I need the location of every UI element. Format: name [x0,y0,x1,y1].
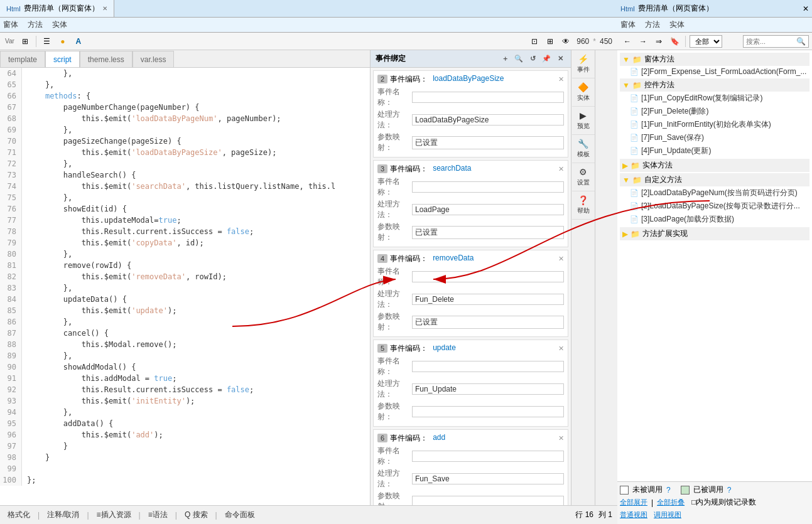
side-action-实体[interactable]: 🔶 实体 [572,78,595,107]
check-label: □内为规则馈记录数 [691,497,756,508]
line-code: this.$emit('loadDataByPageSize', pageSiz… [22,147,276,158]
code-line: 67 pageNumberChange(pageNumber) { [0,102,370,113]
menu-window[interactable]: 窗体 [3,19,18,30]
format-btn[interactable]: 格式化 [5,508,33,521]
comment-btn[interactable]: 注释/取消 [45,508,82,521]
event-refresh-btn[interactable]: ↺ [527,53,538,65]
event-handler-label: 处理方法： [377,199,412,220]
tree-item-icon: 📄 [630,189,639,197]
side-action-帮助[interactable]: ❓ 帮助 [572,191,595,220]
side-action-模板[interactable]: 🔧 模板 [572,135,595,163]
scope-select[interactable]: 全部 [690,35,722,48]
event-pin-btn[interactable]: 📌 [541,53,552,65]
tree-section-header[interactable]: ▼ 📁 窗体方法 [620,53,809,66]
tree-item[interactable]: 📄 [2]LoadDataByPageNum(按当前页码进行分页) [620,186,809,200]
nav-forward-btn[interactable]: → [636,35,650,48]
search-input[interactable] [746,38,796,45]
line-number: 93 [0,395,22,407]
right-html-icon: Html [620,5,635,13]
side-action-预览[interactable]: ▶ 预览 [572,107,595,135]
nav-jump-btn[interactable]: ⇒ [652,35,666,48]
event-close-btn[interactable]: ✕ [555,53,566,65]
toolbar-btn-color[interactable]: ● [56,35,70,48]
side-action-icon: ⚡ [578,54,588,64]
tree-item[interactable]: 📄 [2]Form_Expense_List_FormLoadAction(Fo… [620,66,809,77]
tree-item[interactable]: 📄 [2]LoadDataByPageSize(按每页记录数进行分... [620,200,809,213]
event-item[interactable]: 4 事件编码： removeData ✕ 事件名称： 处理方法： Fun_Del… [373,250,568,337]
code-line: 89 }, [0,350,370,361]
right-tree-content[interactable]: ▼ 📁 窗体方法 📄 [2]Form_Expense_List_FormLoad… [617,50,812,481]
code-line: 91 this.addModal = true; [0,373,370,384]
event-search-btn[interactable]: 🔍 [513,53,524,65]
search-btn[interactable]: Q 搜索 [182,508,210,521]
left-title-tab[interactable]: Html 费用清单（网页窗体） ✕ [0,0,114,17]
event-item-close[interactable]: ✕ [558,345,564,353]
command-btn[interactable]: 命令面板 [222,508,257,521]
left-close-btn[interactable]: ✕ [102,5,107,12]
nav-bookmark-btn[interactable]: 🔖 [668,35,681,48]
syntax-btn[interactable]: ≡语法 [146,508,170,521]
event-item[interactable]: 3 事件编码： searchData ✕ 事件名称： 处理方法： LoadPag… [373,160,568,247]
toolbar-btn-eye[interactable]: 👁 [559,35,573,48]
tree-section-header[interactable]: ▶ 📁 实体方法 [620,159,809,172]
tab-script[interactable]: script [45,51,80,67]
tree-item[interactable]: 📄 [2]Fun_Delete(删除) [620,105,809,118]
event-item-close[interactable]: ✕ [558,434,564,442]
menu-entity[interactable]: 实体 [52,19,67,30]
toolbar-btn-fit[interactable]: ⊡ [528,35,541,48]
tree-section-header[interactable]: ▼ 📁 自定义方法 [620,173,809,186]
code-content[interactable]: 64 },65 },66 methods: {67 pageNumberChan… [0,68,370,505]
tree-item[interactable]: 📄 [1]Fun_CopyEditRow(复制编辑记录) [620,92,809,105]
tab-var-less[interactable]: var.less [133,51,175,67]
event-list[interactable]: 2 事件编码： loadDataByPageSize ✕ 事件名称： 处理方法：… [371,68,571,505]
event-item-close[interactable]: ✕ [558,165,564,173]
tree-item[interactable]: 📄 [7]Fun_Save(保存) [620,131,809,144]
event-name-value [412,181,564,193]
event-item-close[interactable]: ✕ [558,255,564,263]
event-item[interactable]: 2 事件编码： loadDataByPageSize ✕ 事件名称： 处理方法：… [373,70,568,158]
side-action-事件[interactable]: ⚡ 事件 [572,50,595,78]
right-menu-entity[interactable]: 实体 [669,19,685,30]
normal-view-btn[interactable]: 普通视图 [620,510,647,520]
line-number: 68 [0,113,22,124]
event-code-value: removeData [430,253,556,264]
event-code-label: 事件编码： [390,164,428,174]
folder-icon-2: 📁 [632,176,642,184]
tree-section-header[interactable]: ▶ 📁 方法扩展实现 [620,227,809,240]
tab-theme-less[interactable]: theme.less [80,51,133,67]
tree-item[interactable]: 📄 [1]Fun_InitFormEntity(初始化表单实体) [620,118,809,131]
tree-item[interactable]: 📄 [3]LoadPage(加载分页数据) [620,213,809,226]
code-line: 87 cancel() { [0,328,370,339]
search-icon[interactable]: 🔍 [796,37,806,46]
view-sep: | [651,498,653,507]
side-action-设置[interactable]: ⚙ 设置 [572,163,595,191]
side-actions: ⚡ 事件 🔶 实体 ▶ 预览 🔧 模板 ⚙ 设置 ❓ 帮助 [571,50,595,505]
toolbar-btn-format[interactable]: ☰ [40,35,54,48]
menu-method[interactable]: 方法 [28,19,43,30]
event-item[interactable]: 5 事件编码： update ✕ 事件名称： 处理方法： Fun_Update … [373,340,568,427]
insert-btn[interactable]: ≡插入资源 [94,508,134,521]
toolbar-btn-1[interactable]: ⊞ [18,35,32,48]
line-number: 97 [0,441,22,452]
line-number: 71 [0,147,22,158]
line-code: this.$emit('update'); [22,305,176,316]
tree-section-header[interactable]: ▼ 📁 控件方法 [620,78,809,92]
right-menu-method[interactable]: 方法 [645,19,660,30]
right-close-btn[interactable]: ✕ [803,4,809,13]
tree-section-label: 实体方法 [642,160,673,171]
right-menu-window[interactable]: 窗体 [620,19,636,30]
nav-back-btn[interactable]: ← [620,35,634,48]
event-add-btn[interactable]: ＋ [499,53,511,65]
tree-item[interactable]: 📄 [4]Fun_Update(更新) [620,144,809,158]
side-action-icon: 🔶 [578,82,588,92]
folder-icon-2: 📁 [632,55,642,64]
event-item[interactable]: 6 事件编码： add ✕ 事件名称： 处理方法： Fun_Save 参数映射： [373,429,568,505]
event-item-close[interactable]: ✕ [558,75,564,83]
toolbar-btn-grid[interactable]: ⊞ [543,35,557,48]
toolbar-btn-font[interactable]: A [72,35,85,48]
expand-all-btn[interactable]: 全部展开 [620,498,647,507]
debug-view-btn[interactable]: 调用视图 [654,510,681,520]
line-number: 74 [0,181,22,192]
tab-template[interactable]: template [0,51,45,67]
collapse-all-btn[interactable]: 全部折叠 [657,498,685,507]
